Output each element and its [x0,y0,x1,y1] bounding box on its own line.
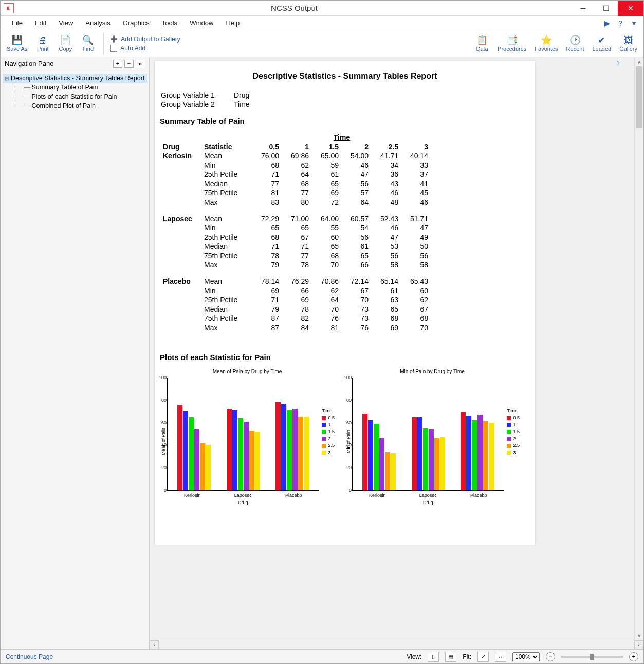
tool-save-as[interactable]: 💾Save As [3,34,31,53]
bar [368,420,373,490]
page-mode[interactable]: Continuous Page [6,653,400,660]
bar [189,417,194,490]
bar [385,452,390,490]
charts-row: Mean of Pain by Drug by TimeMean of Pain… [160,369,530,505]
zoom-slider[interactable] [561,656,623,658]
scroll-up-icon[interactable]: ∧ [635,57,643,66]
bar [177,405,182,490]
table-row: Median717165615350 [160,242,431,251]
chart-0: Mean of Pain by Drug by TimeMean of Pain… [160,369,335,505]
nav-node-root[interactable]: Descriptive Statistics - Summary Tables … [3,74,147,83]
vertical-scrollbar[interactable]: ∧ ∨ [634,57,643,640]
bar [304,417,309,490]
fit-page-button[interactable]: ⤢ [477,652,489,662]
scroll-down-icon[interactable]: ∨ [635,631,643,640]
tool-data[interactable]: 📋Data [471,34,493,53]
tool-print[interactable]: 🖨Print [31,34,54,53]
help-icon[interactable]: ? [616,19,625,28]
scroll-right-icon[interactable]: › [634,640,643,650]
checkbox-icon [110,45,117,52]
collapse-pane-button[interactable]: « [136,60,145,68]
tool-copy[interactable]: 📄Copy [54,34,77,53]
play-icon[interactable]: ▶ [602,19,612,28]
tool-procedures[interactable]: 📑Procedures [493,34,530,53]
gallery-icon: 🖼 [624,35,633,45]
bar [275,402,281,490]
view-continuous-button[interactable]: ▤ [445,652,456,662]
auto-add-checkbox[interactable]: Auto Add [110,45,180,52]
nav-node[interactable]: —Summary Table of Pain [3,83,147,92]
menu-file[interactable]: File [6,17,29,29]
navigation-pane: Navigation Pane + − « Descriptive Statis… [1,57,150,649]
expand-all-button[interactable]: + [113,60,122,68]
bar [434,438,439,490]
section-plots-title: Plots of each Statistic for Pain [160,353,530,362]
table-row: LaposecMean72.2971.0064.0060.5752.4351.7… [160,214,431,223]
fit-width-button[interactable]: ↔ [495,652,506,662]
report-meta: Group Variable 1DrugGroup Variable 2Time [160,90,251,110]
tool-loaded[interactable]: ✔Loaded [588,34,615,53]
chart-title: Mean of Pain by Drug by Time [160,369,335,374]
maximize-button[interactable]: ☐ [595,1,618,16]
bar [249,431,254,490]
menu-bar: FileEditViewAnalysisGraphicsToolsWindowH… [1,16,643,30]
bar [379,438,384,490]
table-row: Median776865564341 [160,179,431,188]
find-icon: 🔍 [82,35,94,45]
tool-favorites[interactable]: ⭐Favorites [530,34,562,53]
recent-icon: 🕑 [569,35,581,45]
fit-label: Fit: [463,653,471,660]
app-icon: ◧ [4,3,14,13]
output-viewport[interactable]: 1 Descriptive Statistics - Summary Table… [150,57,634,640]
title-bar: ◧ NCSS Output ─ ☐ ✕ [1,1,643,16]
copy-icon: 📄 [60,35,71,45]
menu-analysis[interactable]: Analysis [79,17,116,29]
zoom-in-button[interactable]: + [629,652,638,661]
y-axis-label: Mean of Pain [160,378,167,505]
zoom-select[interactable]: 100% [512,652,540,661]
nav-node[interactable]: —Plots of each Statistic for Pain [3,92,147,101]
bar [206,445,211,490]
report-title: Descriptive Statistics - Summary Tables … [160,71,530,81]
menu-help[interactable]: Help [219,17,246,29]
bar [232,410,237,490]
nav-node[interactable]: —Combined Plot of Pain [3,101,147,111]
table-row: 25th Pctile686760564749 [160,232,431,242]
table-row: 75th Pctile787768655656 [160,251,431,260]
table-row: 25th Pctile716964706362 [160,295,431,304]
bar [489,423,494,490]
menu-tools[interactable]: Tools [156,17,183,29]
menu-window[interactable]: Window [183,17,219,29]
save-as-icon: 💾 [11,35,23,45]
toolbar: 💾Save As🖨Print📄Copy🔍Find ➕ Add Output to… [1,30,643,57]
minimize-button[interactable]: ─ [572,1,595,16]
plot-area: 020406080100 [352,378,504,491]
bar [440,437,445,490]
view-single-button[interactable]: ▯ [428,652,439,662]
dropdown-icon[interactable]: ▾ [629,19,638,28]
bar [200,443,205,490]
bar [298,417,303,490]
bar [429,429,434,490]
zoom-out-button[interactable]: − [546,652,555,661]
horizontal-scrollbar[interactable]: ‹ › [150,640,643,649]
legend: Time0.511.522.53 [319,378,335,505]
tool-gallery[interactable]: 🖼Gallery [615,34,641,53]
bar [244,422,249,490]
menu-view[interactable]: View [52,17,79,29]
bar [255,432,260,490]
print-icon: 🖨 [38,35,47,45]
add-output-to-gallery[interactable]: ➕ Add Output to Gallery [110,35,180,43]
plot-area: 020406080100 [167,378,319,491]
tool-recent[interactable]: 🕑Recent [562,34,588,53]
menu-edit[interactable]: Edit [29,17,52,29]
table-row: Min696662676160 [160,286,431,295]
collapse-all-button[interactable]: − [124,60,134,68]
close-button[interactable]: ✕ [618,1,643,16]
loaded-icon: ✔ [598,35,605,45]
table-row: Max878481766970 [160,323,431,332]
menu-graphics[interactable]: Graphics [117,17,156,29]
scroll-left-icon[interactable]: ‹ [150,640,159,650]
table-row: PlaceboMean78.1476.2970.8672.1465.1465.4… [160,277,431,286]
tool-find[interactable]: 🔍Find [77,34,99,53]
